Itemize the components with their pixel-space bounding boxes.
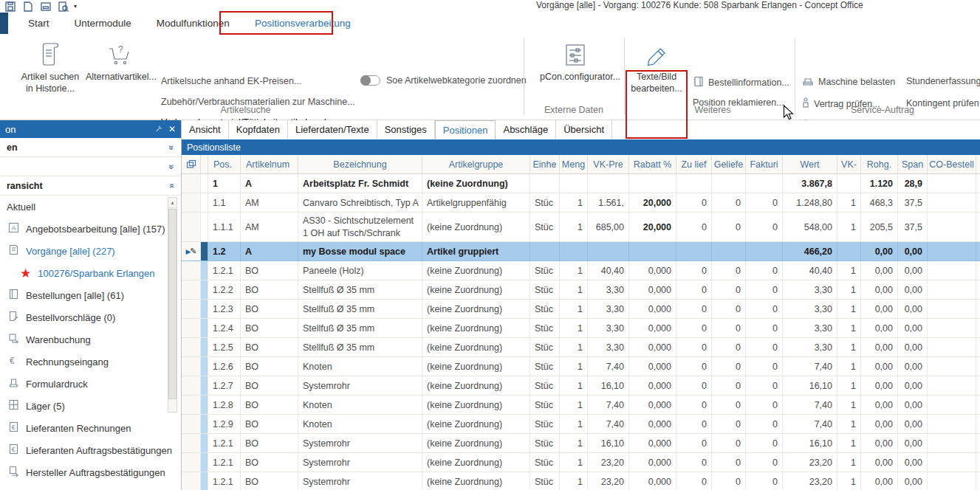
table-row-pos-1.2.5[interactable]: 1.2.5BOStellfuß Ø 35 mm(keine Zuordnung)… [182, 338, 980, 357]
expand-chevron-icon[interactable]: » [167, 164, 177, 169]
row-select-cell[interactable] [182, 280, 201, 300]
sidebar-item-bestellvorschläge-0-[interactable]: Bestellvorschläge (0) [0, 306, 181, 328]
row-select-cell[interactable] [182, 453, 201, 472]
column-header-co-bestell[interactable]: CO-Bestell [928, 155, 976, 174]
save-icon[interactable] [4, 1, 16, 12]
column-header-meng[interactable]: Meng [560, 155, 588, 174]
row-select-cell[interactable] [182, 319, 201, 338]
pin-icon[interactable]: T [154, 124, 163, 134]
table-row-pos-1.2.1[interactable]: 1.2.1BOSystemrohr(keine Zuordnung)Stüc12… [182, 472, 980, 490]
close-icon[interactable]: ✕ [168, 124, 176, 134]
row-select-cell[interactable] [182, 193, 201, 213]
tab-abschläge[interactable]: Abschläge [496, 120, 556, 139]
column-header-zu-lief[interactable]: Zu lief [676, 155, 712, 174]
column-header-bezeichnung[interactable]: Bezeichnung [298, 155, 422, 174]
tab-sonstiges[interactable]: Sonstiges [377, 120, 435, 139]
table-row-pos-1.1[interactable]: 1.1AMCanvaro Schreibtisch, Typ AArtikelg… [182, 193, 980, 213]
row-select-cell[interactable] [182, 472, 201, 490]
window-icon[interactable] [40, 1, 51, 12]
table-row-pos-1.2.7[interactable]: 1.2.7BOSystemrohr(keine Zuordnung)Stüc11… [182, 376, 980, 396]
row-select-cell[interactable] [182, 174, 201, 193]
column-header-einhe[interactable]: Einhe [530, 155, 560, 174]
sidebar-item-läger-5-[interactable]: Läger (5) [0, 395, 181, 417]
row-select-cell[interactable] [182, 415, 201, 434]
row-select-cell[interactable]: ▶✎ [182, 242, 201, 261]
column-header-vk-pre[interactable]: VK-Pre [588, 155, 629, 174]
scrollbar-thumb[interactable] [168, 209, 177, 399]
sidebar-item-vorgänge-alle-227-[interactable]: Vorgänge [alle] (227) [0, 240, 181, 262]
sidebar-scrollbar[interactable]: ▲ [168, 197, 177, 413]
row-select-cell[interactable] [182, 338, 201, 357]
tab-kopfdaten[interactable]: Kopfdaten [229, 120, 288, 139]
table-row-pos-1.2.3[interactable]: 1.2.3BOStellfuß Ø 35 mm(keine Zuordnung)… [182, 300, 980, 319]
truncated-ribbon-button[interactable]: l... [0, 38, 6, 95]
column-header-span[interactable]: Span [898, 155, 928, 174]
ribbon-tab-start[interactable]: Start [16, 13, 62, 34]
row-select-cell[interactable] [182, 434, 201, 453]
tab-positionen[interactable]: Positionen [435, 120, 496, 139]
texte-bild-bearbeiten-button[interactable]: Texte/Bildbearbeiten... [627, 38, 686, 95]
app-menu-accent[interactable] [0, 13, 8, 34]
column-header-fakturi[interactable]: Fakturi [746, 155, 783, 174]
alternativartikel-button[interactable]: ?Alternativartikel... [86, 38, 154, 83]
row-select-cell[interactable] [182, 261, 201, 280]
row-select-cell[interactable] [182, 300, 201, 319]
sidebar-item-lieferanten-rechnungen[interactable]: €Lieferanten Rechnungen [0, 417, 181, 439]
column-header-geliefe[interactable]: Geliefe [712, 155, 746, 174]
table-row-pos-1.2.6[interactable]: 1.2.6BOKnoten(keine Zuordnung)Stüc17,400… [182, 357, 980, 376]
expand-chevron-icon[interactable]: » [167, 145, 177, 150]
sidebar-item-100276-sparbank-erlangen[interactable]: ★100276/Sparbank Erlangen [0, 262, 181, 284]
link-bestellinformation-[interactable]: Bestellinformation... [693, 76, 789, 89]
new-document-icon[interactable] [22, 1, 33, 12]
tab-lieferdaten-texte[interactable]: Lieferdaten/Texte [288, 120, 377, 139]
sidebar-item-bestellungen-alle-61-[interactable]: Bestellungen [alle] (61) [0, 284, 181, 306]
column-header-wert[interactable]: Wert [783, 155, 837, 174]
ribbon-tab-untermodule[interactable]: Untermodule [62, 13, 144, 34]
sidebar-item-angebotsbearbeitung-alle-157-[interactable]: AAngebotsbearbeitung [alle] (157) [0, 218, 181, 240]
table-row-pos-1.1.1[interactable]: 1.1.1AMAS30 - Sichtschutzelement 1 OH au… [182, 213, 980, 242]
ribbon-tab-positionsverarbeitung[interactable]: Positionsverarbeitung [242, 13, 363, 34]
column-header-artikelgruppe[interactable]: Artikelgruppe [422, 155, 530, 174]
dropdown-caret-icon[interactable]: ▾ [74, 3, 77, 10]
column-header-rabatt-%[interactable]: Rabatt % [629, 155, 676, 174]
table-row-pos-1.2.8[interactable]: 1.2.8BOKnoten(keine Zuordnung)Stüc17,400… [182, 396, 980, 415]
table-row-pos-1.2.1[interactable]: 1.2.1BOPaneele (Holz)(keine Zuordnung)St… [182, 261, 980, 280]
tab-ansicht[interactable]: Ansicht [182, 120, 229, 139]
sidebar-item-rechnungseingang[interactable]: €Rechnungseingang [0, 351, 181, 373]
pcon-configurator-button[interactable]: pCon.configurator... [540, 38, 611, 83]
link-artikelsuche-anhand-ek-preisen-[interactable]: Artikelsuche anhand EK-Preisen... [161, 76, 301, 86]
column-header-pos.[interactable]: Pos. [208, 155, 241, 174]
row-select-cell[interactable] [182, 357, 201, 376]
tab-übersicht[interactable]: Übersicht [556, 120, 612, 139]
sidebar-item-warenbuchung[interactable]: Warenbuchung [0, 328, 181, 351]
table-row-pos-1.2.9[interactable]: 1.2.9BOKnoten(keine Zuordnung)Stüc17,400… [182, 415, 980, 434]
collapse-chevron-icon[interactable]: » [167, 183, 177, 188]
link-maschine-belasten[interactable]: Maschine belasten [802, 75, 895, 88]
sidebar-section-0[interactable]: en» [0, 138, 181, 157]
scroll-up-arrow[interactable]: ▲ [168, 198, 177, 208]
table-row-pos-1.2.4[interactable]: 1.2.4BOStellfuß Ø 35 mm(keine Zuordnung)… [182, 319, 980, 338]
artikel-suchen-in-historie-button[interactable]: Artikel suchenin Historie... [16, 38, 84, 95]
column-header-rohg.[interactable]: Rohg. [861, 155, 898, 174]
table-row-pos-1.2[interactable]: ▶✎1.2Amy Bosse modul spaceArtikel gruppi… [182, 242, 980, 261]
link-stundenerfassung-[interactable]: Stundenerfassung... [906, 76, 980, 86]
sidebar-item-hersteller-auftragsbestätigungen[interactable]: Hersteller Auftragsbestätigungen [0, 461, 181, 483]
sidebar-section-2[interactable]: ransicht» [0, 176, 181, 196]
row-select-cell[interactable] [182, 396, 201, 415]
table-row-pos-1.2.1[interactable]: 1.2.1BOSystemrohr(keine Zuordnung)Stüc11… [182, 434, 980, 453]
table-row-pos-1[interactable]: 1AArbeitsplatz Fr. Schmidt(keine Zuordnu… [182, 174, 980, 193]
row-select-cell[interactable] [182, 213, 201, 242]
ribbon-tab-modulfunktionen[interactable]: Modulfunktionen [144, 13, 242, 34]
sidebar-item-formulardruck[interactable]: Formulardruck [0, 373, 181, 395]
table-row-pos-1.2.2[interactable]: 1.2.2BOStellfuß Ø 35 mm(keine Zuordnung)… [182, 280, 980, 300]
row-select-cell[interactable] [182, 376, 201, 396]
sidebar-item-lieferanten-auftragsbestätigungen[interactable]: €Lieferanten Auftragsbestätigungen [0, 439, 181, 461]
column-header-vk-[interactable]: VK- [837, 155, 861, 174]
sidebar-item-aktuell[interactable]: Aktuell [0, 196, 181, 218]
column-header-artikelnum[interactable]: Artikelnum [241, 155, 298, 174]
sidebar-section-1[interactable]: » [0, 157, 181, 176]
search-document-icon[interactable] [58, 1, 69, 12]
toggle-icon[interactable] [360, 75, 380, 86]
table-select-all-header[interactable] [182, 155, 201, 174]
table-row-pos-1.2.1[interactable]: 1.2.1BOSystemrohr(keine Zuordnung)Stüc12… [182, 453, 980, 472]
